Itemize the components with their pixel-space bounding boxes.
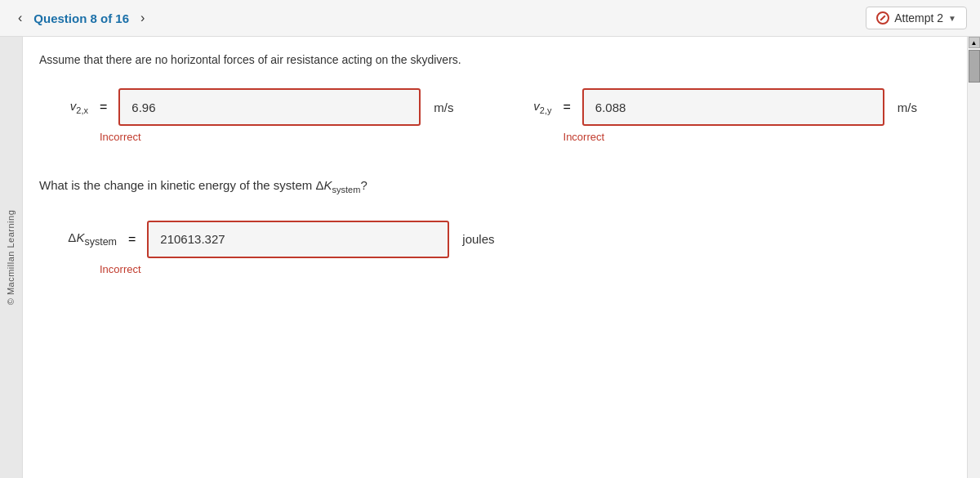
content-body: Assume that there are no horizontal forc… <box>23 37 967 478</box>
v2x-label: v2,x <box>39 99 88 115</box>
velocity-inputs-section: v2,x = m/s Incorrect v2,y = m/s <box>39 88 942 156</box>
top-navigation-bar: ‹ Question 8 of 16 › Attempt 2 ▼ <box>0 0 980 37</box>
scroll-up-arrow[interactable]: ▲ <box>969 37 980 48</box>
v2x-group: v2,x = m/s Incorrect <box>39 88 454 156</box>
nav-left-section: ‹ Question 8 of 16 › <box>13 9 149 27</box>
prev-question-arrow[interactable]: ‹ <box>13 9 27 27</box>
delta-k-group: ΔKsystem = joules Incorrect <box>39 221 942 288</box>
v2x-feedback: Incorrect <box>100 131 454 143</box>
delta-k-unit: joules <box>462 232 494 246</box>
attempt-icon <box>876 11 889 25</box>
v2y-feedback: Incorrect <box>564 131 918 143</box>
delta-k-feedback: Incorrect <box>100 263 942 275</box>
question-counter: Question 8 of 16 <box>33 11 129 25</box>
v2x-input[interactable] <box>118 88 421 126</box>
delta-k-label: ΔKsystem <box>39 230 117 248</box>
macmillan-label: © Macmillan Learning <box>7 210 16 306</box>
scroll-thumb[interactable] <box>969 50 980 83</box>
v2x-equals: = <box>100 100 107 114</box>
scrollbar[interactable]: ▲ <box>967 37 980 478</box>
v2y-input[interactable] <box>582 88 884 126</box>
delta-k-equals: = <box>128 232 136 247</box>
attempt-label: Attempt 2 <box>894 11 943 25</box>
v2x-input-row: v2,x = m/s <box>39 88 454 126</box>
v2y-label: v2,y <box>503 99 552 115</box>
attempt-button[interactable]: Attempt 2 ▼ <box>866 7 967 29</box>
v2y-unit: m/s <box>898 101 917 114</box>
v2y-group: v2,y = m/s Incorrect <box>503 88 918 156</box>
delta-k-input[interactable] <box>147 221 449 258</box>
next-question-arrow[interactable]: › <box>136 9 149 27</box>
attempt-dropdown-arrow: ▼ <box>948 14 956 23</box>
v2x-unit: m/s <box>434 101 453 114</box>
v2y-input-row: v2,y = m/s <box>503 88 918 126</box>
delta-k-input-row: ΔKsystem = joules <box>39 221 942 258</box>
v2y-equals: = <box>564 100 571 114</box>
side-label-container: © Macmillan Learning <box>0 37 23 478</box>
instruction-text: Assume that there are no horizontal forc… <box>39 51 942 69</box>
section-question: What is the change in kinetic energy of … <box>39 176 942 198</box>
main-content-area: © Macmillan Learning Assume that there a… <box>0 37 980 478</box>
